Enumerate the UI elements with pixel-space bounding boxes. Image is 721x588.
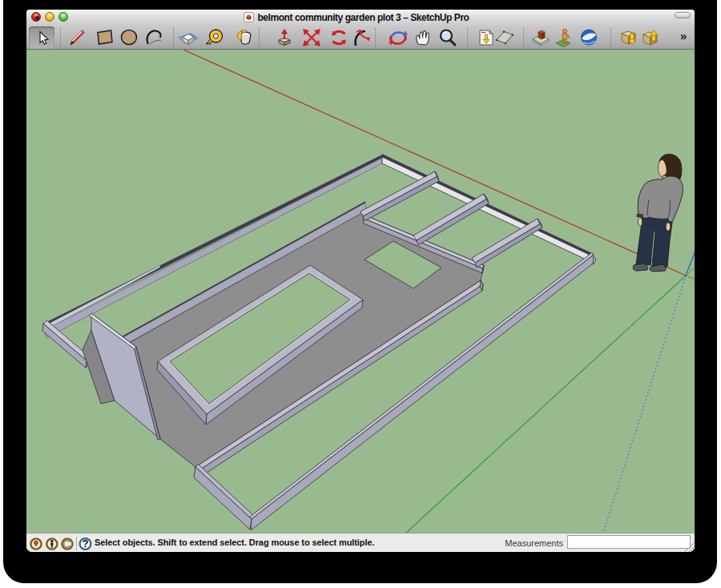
svg-text:?: ? — [83, 538, 89, 550]
